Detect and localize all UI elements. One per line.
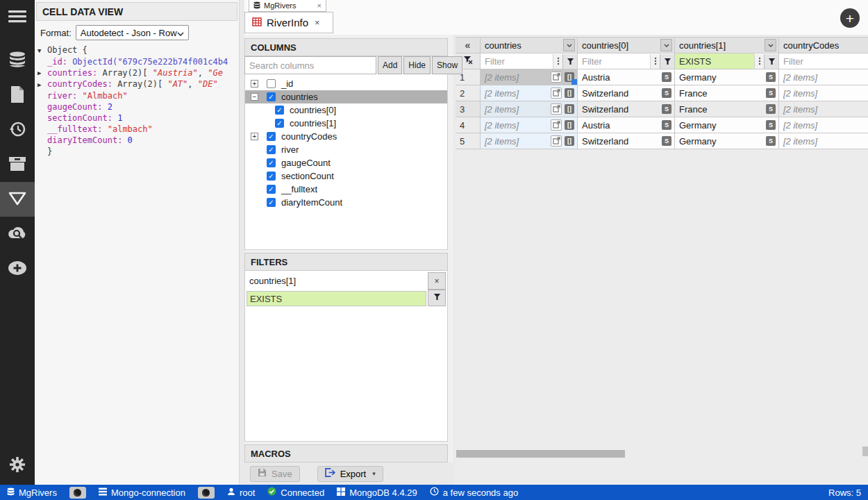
add-column-button[interactable]: Add xyxy=(378,56,402,74)
json-toggle-down-icon[interactable]: ▼ xyxy=(37,45,47,56)
grid-cell-countries[1][interactable]: FranceS xyxy=(675,85,779,101)
column-menu-button[interactable] xyxy=(563,39,575,51)
grid-cell-countries[interactable]: [2 items][] xyxy=(481,85,578,101)
json-toggle-right-icon[interactable]: ▶ xyxy=(37,79,47,90)
filter-menu-button[interactable] xyxy=(754,54,764,69)
grid-filter-input[interactable] xyxy=(481,53,553,69)
connection-globe-button[interactable] xyxy=(198,487,215,499)
row-number[interactable]: 3 xyxy=(456,101,481,117)
sidebar-item-filter-view[interactable] xyxy=(0,182,35,217)
grid-cell-countryCodes[interactable]: [2 items] xyxy=(779,69,868,85)
collapse-columns-button[interactable]: « xyxy=(456,37,481,53)
grid-column-header-countries[0][interactable]: countries[0] xyxy=(578,37,675,53)
row-number[interactable]: 2 xyxy=(456,85,481,101)
grid-filter-input[interactable] xyxy=(578,53,650,69)
menu-button[interactable] xyxy=(0,0,35,35)
column-checkbox[interactable] xyxy=(267,79,276,88)
add-tab-button[interactable]: + xyxy=(840,8,860,28)
open-cell-button[interactable] xyxy=(551,72,562,83)
collapse-icon[interactable]: − xyxy=(251,93,258,101)
open-cell-button[interactable] xyxy=(551,88,562,99)
open-cell-button[interactable] xyxy=(551,119,562,131)
filter-funnel-button[interactable] xyxy=(764,54,778,69)
horizontal-scrollbar[interactable] xyxy=(456,449,861,458)
sidebar-item-add[interactable] xyxy=(0,251,35,286)
column-checkbox[interactable]: ✓ xyxy=(267,132,276,141)
sidebar-item-documents[interactable] xyxy=(0,78,35,112)
column-menu-button[interactable] xyxy=(660,39,672,51)
vertical-scrollbar[interactable] xyxy=(862,447,868,456)
close-icon[interactable]: × xyxy=(315,17,320,28)
grid-cell-countryCodes[interactable]: [2 items] xyxy=(779,117,868,133)
status-connection[interactable]: Mongo-connection xyxy=(99,488,185,498)
column-checkbox[interactable]: ✓ xyxy=(275,119,284,128)
column-tree-item-gaugeCount[interactable]: ✓gaugeCount xyxy=(245,156,447,169)
grid-column-header-countries[1][interactable]: countries[1] xyxy=(675,37,779,53)
column-checkbox[interactable]: ✓ xyxy=(267,198,276,207)
column-menu-button[interactable] xyxy=(765,39,776,51)
filter-menu-button[interactable] xyxy=(553,54,562,69)
grid-cell-countries[0][interactable]: AustriaS xyxy=(578,117,675,133)
expand-icon[interactable]: + xyxy=(251,133,258,140)
grid-cell-countries[1][interactable]: FranceS xyxy=(675,101,779,117)
column-tree-item-countries[1][interactable]: ✓countries[1] xyxy=(245,117,447,130)
filter-funnel-button[interactable] xyxy=(562,54,577,69)
column-checkbox[interactable]: ✓ xyxy=(267,185,276,194)
row-number[interactable]: 4 xyxy=(456,117,481,133)
search-columns-input[interactable] xyxy=(244,56,376,74)
sidebar-item-databases[interactable] xyxy=(0,43,35,78)
column-tree-item-sectionCount[interactable]: ✓sectionCount xyxy=(245,169,447,183)
close-icon[interactable]: × xyxy=(317,1,322,10)
grid-cell-countries[interactable]: [2 items][] xyxy=(481,101,578,117)
grid-cell-countries[0][interactable]: SwitzerlandS xyxy=(578,133,675,149)
grid-cell-countries[1][interactable]: GermanyS xyxy=(675,133,779,149)
active-filter-value[interactable]: EXISTS xyxy=(675,53,754,69)
hide-column-button[interactable]: Hide xyxy=(403,56,431,74)
format-select[interactable]: Autodetect - Json - Row xyxy=(76,25,189,40)
settings-button[interactable] xyxy=(0,451,35,479)
grid-cell-countries[0][interactable]: AustriaS xyxy=(578,69,675,85)
expand-icon[interactable]: + xyxy=(251,80,258,88)
column-tree-item-river[interactable]: ✓river xyxy=(245,143,447,156)
filter-condition-button[interactable] xyxy=(428,290,446,306)
column-tree-item-diaryItemCount[interactable]: ✓diaryItemCount xyxy=(245,196,447,209)
grid-cell-countries[1][interactable]: GermanyS xyxy=(675,69,779,85)
grid-column-header-countries[interactable]: countries xyxy=(481,37,578,53)
show-column-button[interactable]: Show xyxy=(432,56,462,74)
grid-cell-countries[interactable]: [2 items][] xyxy=(481,117,578,133)
sidebar-item-cloud-search[interactable] xyxy=(0,217,35,251)
grid-column-header-countryCodes[interactable]: countryCodes xyxy=(779,37,868,53)
column-tree-item-__fulltext[interactable]: ✓__fulltext xyxy=(245,183,447,196)
database-globe-button[interactable] xyxy=(69,487,86,499)
grid-cell-countries[0][interactable]: SwitzerlandS xyxy=(578,85,675,101)
grid-cell-countries[interactable]: [2 items][] xyxy=(481,69,578,85)
remove-filter-button[interactable]: × xyxy=(428,272,446,290)
sidebar-item-archive[interactable] xyxy=(0,147,35,182)
column-checkbox[interactable]: ✓ xyxy=(267,145,276,154)
grid-cell-countryCodes[interactable]: [2 items] xyxy=(779,85,868,101)
open-cell-button[interactable] xyxy=(551,135,562,147)
export-button[interactable]: Export ▾ xyxy=(317,466,383,482)
column-tree-item-_id[interactable]: +_id xyxy=(245,77,447,90)
filter-condition[interactable]: EXISTS xyxy=(247,291,426,306)
grid-cell-countries[1][interactable]: GermanyS xyxy=(675,117,779,133)
scrollbar-thumb[interactable] xyxy=(456,450,625,458)
grid-filter-input[interactable] xyxy=(779,53,868,69)
filter-funnel-button[interactable] xyxy=(660,54,674,69)
open-cell-button[interactable] xyxy=(551,103,562,115)
column-tree-item-countries[interactable]: −✓countries xyxy=(245,90,447,103)
row-number[interactable]: 5 xyxy=(456,133,481,149)
cell-selection-handle[interactable] xyxy=(571,79,577,85)
column-checkbox[interactable]: ✓ xyxy=(275,106,284,115)
tab-database[interactable]: MgRivers × xyxy=(249,0,326,12)
grid-cell-countries[0][interactable]: SwitzerlandS xyxy=(578,101,675,117)
grid-cell-countries[interactable]: [2 items][] xyxy=(481,133,578,149)
filter-menu-button[interactable] xyxy=(650,54,660,69)
column-tree-item-countries[0][interactable]: ✓countries[0] xyxy=(245,103,447,117)
column-checkbox[interactable]: ✓ xyxy=(267,92,276,101)
grid-cell-countryCodes[interactable]: [2 items] xyxy=(779,101,868,117)
column-checkbox[interactable]: ✓ xyxy=(267,158,276,167)
column-tree-item-countryCodes[interactable]: +✓countryCodes xyxy=(245,130,447,143)
sidebar-item-history[interactable] xyxy=(0,112,35,147)
status-database[interactable]: MgRivers xyxy=(7,488,57,498)
